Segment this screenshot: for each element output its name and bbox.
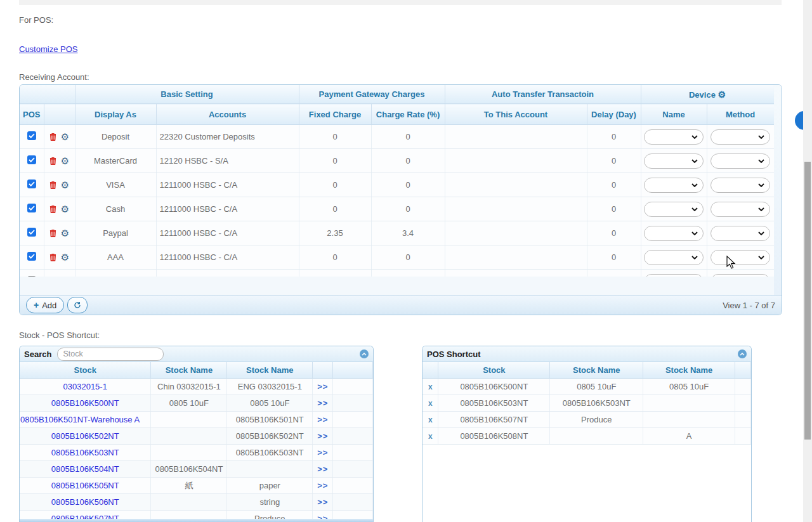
plus-icon: + [34, 301, 39, 310]
delete-trash-icon[interactable] [49, 133, 56, 141]
move-to-shortcut-link[interactable]: >> [317, 448, 328, 457]
move-to-shortcut-link[interactable]: >> [317, 382, 328, 391]
device-settings-gear-icon[interactable]: ⚙ [718, 89, 726, 100]
stock-link[interactable]: 0805B106K504NT [51, 464, 119, 474]
circle-arrow-up-icon [740, 353, 745, 356]
move-to-shortcut-link[interactable]: >> [317, 415, 328, 424]
settings-gear-icon[interactable]: ⚙ [61, 132, 69, 141]
delay-day-cell: 0 [587, 245, 641, 270]
device-name-select[interactable] [644, 153, 704, 169]
pos-checkbox[interactable] [27, 228, 36, 237]
move-to-shortcut-link[interactable]: >> [317, 481, 328, 490]
stock-link[interactable]: 0805B106K501NT-Warehouse A [20, 415, 140, 424]
grid-right-strip [774, 85, 782, 295]
settings-gear-icon[interactable]: ⚙ [61, 156, 69, 166]
delete-trash-icon[interactable] [49, 205, 56, 213]
search-input[interactable] [57, 348, 164, 361]
remove-x-icon[interactable]: x [428, 382, 433, 391]
remove-x-icon[interactable]: x [428, 432, 433, 441]
pos-checkbox[interactable] [27, 155, 36, 164]
device-name-select[interactable] [644, 129, 704, 145]
delete-trash-icon[interactable] [49, 253, 56, 261]
col-header-remove [422, 362, 438, 379]
delete-trash-icon[interactable] [49, 229, 56, 237]
fixed-charge-cell: 0 [299, 245, 371, 270]
pos-checkbox[interactable] [27, 252, 36, 261]
refresh-button[interactable] [67, 297, 88, 313]
device-name-select[interactable] [644, 178, 704, 193]
settings-gear-icon[interactable]: ⚙ [61, 252, 69, 262]
stock-name-cell: paper [227, 478, 313, 494]
device-name-select[interactable] [644, 202, 704, 217]
list-item: x 0805B106K507NT Produce [422, 412, 751, 428]
move-to-shortcut-link[interactable]: >> [317, 464, 328, 474]
device-name-select[interactable] [644, 226, 704, 241]
pager-view-text: View 1 - 7 of 7 [723, 301, 775, 310]
device-method-select[interactable] [710, 226, 770, 241]
delay-day-cell: 0 [587, 125, 641, 149]
pos-shortcut-grid: POS Shortcut Stock Stock Name Stock Name… [422, 346, 752, 522]
stock-link[interactable]: 03032015-1 [63, 382, 107, 391]
device-method-select[interactable] [710, 129, 770, 145]
col-header-to-this-account: To This Account [445, 104, 587, 125]
scrollbar-thumb[interactable] [804, 162, 811, 440]
stock-name-cell: Chin 03032015-1 [151, 379, 227, 395]
delay-day-cell: 0 [587, 173, 641, 197]
group-header-payment-gateway: Payment Gateway Charges [299, 85, 445, 104]
list-item: 0805B106K502NT 0805B106K502NT >> [20, 428, 373, 445]
search-label: Search [24, 349, 51, 359]
add-button-label: Add [42, 301, 56, 310]
display-as-cell: AAA [75, 245, 156, 270]
list-item: 0805B106K503NT 0805B106K503NT >> [20, 445, 373, 461]
move-to-shortcut-link[interactable]: >> [317, 431, 328, 441]
circle-arrow-up-icon [362, 353, 367, 356]
to-this-account-cell [445, 245, 587, 270]
stock-link[interactable]: 0805B106K506NT [51, 497, 119, 507]
horizontal-scrollbar[interactable] [20, 519, 373, 522]
display-as-cell: MasterCard [75, 149, 156, 173]
fixed-charge-cell: 2.35 [299, 221, 371, 245]
settings-gear-icon[interactable]: ⚙ [61, 228, 69, 238]
list-item: 03032015-1 Chin 03032015-1 ENG 03032015-… [20, 379, 373, 395]
fixed-charge-cell: 0 [299, 173, 371, 197]
stock-link[interactable]: 0805B106K503NT [51, 448, 119, 457]
fixed-charge-cell: 0 [299, 149, 371, 173]
move-to-shortcut-link[interactable]: >> [317, 398, 328, 408]
remove-x-icon[interactable]: x [428, 399, 433, 408]
stock-link[interactable]: 0805B106K502NT [51, 431, 119, 441]
collapse-panel-button[interactable] [360, 349, 369, 358]
to-this-account-cell [445, 149, 587, 173]
pos-shortcut-caption: POS Shortcut [422, 346, 751, 362]
list-item: 0805B106K506NT string >> [20, 494, 373, 511]
add-button[interactable]: + Add [26, 297, 64, 313]
remove-x-icon[interactable]: x [428, 415, 433, 424]
device-method-select[interactable] [710, 202, 770, 217]
move-to-shortcut-link[interactable]: >> [317, 497, 328, 507]
device-method-select[interactable] [710, 153, 770, 169]
stock-link[interactable]: 0805B106K505NT [51, 481, 119, 490]
delete-trash-icon[interactable] [49, 181, 56, 189]
stock-link[interactable]: 0805B106K500NT [51, 398, 119, 408]
settings-gear-icon[interactable]: ⚙ [61, 180, 69, 190]
charge-rate-cell: 0 [371, 149, 445, 173]
device-method-select[interactable] [710, 178, 770, 193]
settings-gear-icon[interactable]: ⚙ [61, 204, 69, 214]
delete-trash-icon[interactable] [49, 157, 56, 165]
pos-checkbox[interactable] [27, 131, 36, 140]
charge-rate-cell: 0 [371, 245, 445, 270]
list-item: 0805B106K504NT 0805B106K504NT >> [20, 461, 373, 478]
list-item: 0805B106K505NT 紙 paper >> [20, 478, 373, 494]
table-row: ⚙ VISA 1211000 HSBC - C/A 0 0 0 [20, 173, 774, 197]
device-name-select[interactable] [644, 250, 704, 265]
col-header-fixed-charge: Fixed Charge [299, 104, 371, 125]
pos-checkbox[interactable] [27, 179, 36, 188]
collapse-panel-button[interactable] [738, 349, 747, 358]
delay-day-cell: 0 [587, 149, 641, 173]
stock-name-cell [643, 412, 735, 428]
pos-checkbox[interactable] [27, 204, 36, 212]
fixed-charge-cell: 0 [299, 197, 371, 221]
scrollbar-track[interactable] [803, 0, 812, 522]
customize-pos-link[interactable]: Customize POS [19, 44, 77, 54]
col-header-method: Method [707, 104, 774, 125]
device-method-select[interactable] [710, 250, 770, 265]
